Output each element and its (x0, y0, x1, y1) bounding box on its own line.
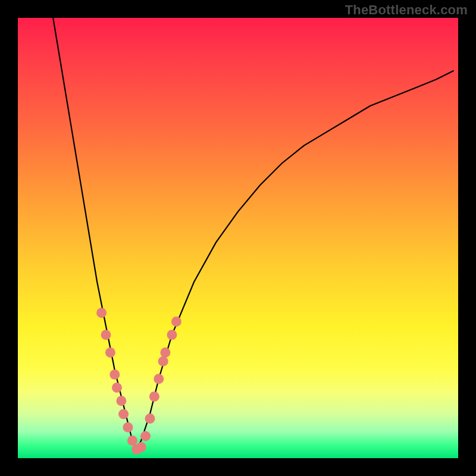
data-marker (123, 422, 133, 433)
data-marker (140, 431, 151, 441)
data-marker (136, 442, 146, 452)
data-marker (158, 356, 168, 367)
data-marker (154, 374, 164, 384)
data-marker (149, 392, 159, 402)
data-marker (167, 330, 177, 340)
data-marker (127, 436, 137, 446)
data-marker (118, 409, 129, 419)
watermark-text: TheBottleneck.com (345, 2, 468, 18)
data-marker (160, 347, 170, 358)
data-marker (101, 330, 111, 340)
data-marker (112, 383, 122, 393)
data-marker (109, 369, 120, 380)
curve-right-branch (137, 71, 454, 449)
data-marker (145, 414, 155, 424)
data-marker (96, 308, 107, 318)
plot-area (18, 18, 458, 458)
data-marker (105, 347, 115, 358)
data-marker (171, 317, 181, 327)
data-marker (116, 396, 126, 406)
chart-svg (18, 18, 458, 458)
data-markers (96, 308, 181, 454)
curve-left-branch (53, 18, 137, 449)
